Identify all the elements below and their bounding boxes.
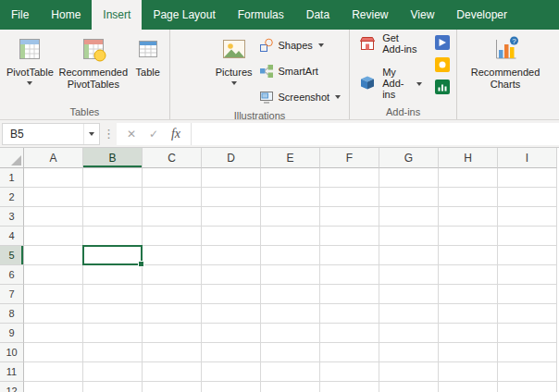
cell-G11[interactable]: [379, 362, 439, 382]
recommended-charts-button[interactable]: ? Recommended Charts: [467, 31, 543, 104]
cell-H6[interactable]: [439, 265, 498, 285]
cell-G4[interactable]: [379, 227, 439, 246]
cell-E12[interactable]: [261, 382, 320, 392]
cell-B9[interactable]: [83, 324, 143, 343]
column-header-F[interactable]: F: [320, 148, 379, 168]
name-box[interactable]: B5: [2, 123, 100, 145]
cell-B8[interactable]: [83, 304, 143, 324]
cell-D1[interactable]: [202, 168, 261, 188]
shapes-button[interactable]: Shapes: [256, 33, 347, 56]
cell-E7[interactable]: [261, 285, 320, 304]
cell-C2[interactable]: [143, 188, 202, 207]
cell-F6[interactable]: [320, 265, 379, 285]
cell-E11[interactable]: [261, 362, 320, 382]
cell-G10[interactable]: [379, 343, 439, 362]
cell-H11[interactable]: [439, 362, 498, 382]
row-header-4[interactable]: 4: [0, 227, 24, 246]
row-header-8[interactable]: 8: [0, 304, 24, 324]
tab-file[interactable]: File: [0, 0, 40, 30]
cell-A5[interactable]: [24, 246, 83, 265]
cell-C7[interactable]: [143, 285, 202, 304]
cell-H8[interactable]: [439, 304, 498, 324]
cell-D12[interactable]: [202, 382, 261, 392]
cell-A6[interactable]: [24, 265, 83, 285]
row-header-1[interactable]: 1: [0, 168, 24, 188]
cell-H7[interactable]: [439, 285, 498, 304]
cell-I9[interactable]: [498, 324, 557, 343]
cell-A4[interactable]: [24, 227, 83, 246]
cell-H2[interactable]: [439, 188, 498, 207]
row-header-6[interactable]: 6: [0, 265, 24, 285]
cell-A11[interactable]: [24, 362, 83, 382]
column-header-B[interactable]: B: [83, 148, 143, 168]
cell-I12[interactable]: [498, 382, 557, 392]
cell-H4[interactable]: [439, 227, 498, 246]
cell-B1[interactable]: [83, 168, 143, 188]
cell-E6[interactable]: [261, 265, 320, 285]
cell-D11[interactable]: [202, 362, 261, 382]
cell-I11[interactable]: [498, 362, 557, 382]
tab-view[interactable]: View: [400, 0, 446, 30]
cell-A7[interactable]: [24, 285, 83, 304]
cell-H1[interactable]: [439, 168, 498, 188]
cell-H3[interactable]: [439, 207, 498, 227]
cell-C12[interactable]: [143, 382, 202, 392]
cell-F9[interactable]: [320, 324, 379, 343]
cell-E3[interactable]: [261, 207, 320, 227]
pivottable-button[interactable]: PivotTable: [3, 31, 57, 104]
cell-G5[interactable]: [379, 246, 439, 265]
cell-B7[interactable]: [83, 285, 143, 304]
row-header-3[interactable]: 3: [0, 207, 24, 227]
cell-A2[interactable]: [24, 188, 83, 207]
cell-F7[interactable]: [320, 285, 379, 304]
cell-G3[interactable]: [379, 207, 439, 227]
cell-D3[interactable]: [202, 207, 261, 227]
addin-thumbnail-2[interactable]: [435, 57, 450, 72]
cell-G12[interactable]: [379, 382, 439, 392]
cell-C5[interactable]: [143, 246, 202, 265]
column-header-A[interactable]: A: [24, 148, 83, 168]
cell-F3[interactable]: [320, 207, 379, 227]
cell-A9[interactable]: [24, 324, 83, 343]
cell-C10[interactable]: [143, 343, 202, 362]
cell-I1[interactable]: [498, 168, 557, 188]
cell-G2[interactable]: [379, 188, 439, 207]
cell-D5[interactable]: [202, 246, 261, 265]
cell-C8[interactable]: [143, 304, 202, 324]
row-header-9[interactable]: 9: [0, 324, 24, 343]
cell-E10[interactable]: [261, 343, 320, 362]
enter-button[interactable]: ✓: [143, 128, 165, 141]
tab-home[interactable]: Home: [40, 0, 92, 30]
row-header-11[interactable]: 11: [0, 362, 24, 382]
tab-developer[interactable]: Developer: [445, 0, 518, 30]
cell-E9[interactable]: [261, 324, 320, 343]
cell-I6[interactable]: [498, 265, 557, 285]
cell-F10[interactable]: [320, 343, 379, 362]
cell-D2[interactable]: [202, 188, 261, 207]
row-header-7[interactable]: 7: [0, 285, 24, 304]
cell-F12[interactable]: [320, 382, 379, 392]
row-header-2[interactable]: 2: [0, 188, 24, 207]
cell-C3[interactable]: [143, 207, 202, 227]
cell-C4[interactable]: [143, 227, 202, 246]
cell-B10[interactable]: [83, 343, 143, 362]
cell-B5[interactable]: [83, 246, 143, 265]
cell-I10[interactable]: [498, 343, 557, 362]
cell-D8[interactable]: [202, 304, 261, 324]
cell-A12[interactable]: [24, 382, 83, 392]
cell-C6[interactable]: [143, 265, 202, 285]
row-header-10[interactable]: 10: [0, 343, 24, 362]
cell-I7[interactable]: [498, 285, 557, 304]
cell-F11[interactable]: [320, 362, 379, 382]
cell-G9[interactable]: [379, 324, 439, 343]
cell-B2[interactable]: [83, 188, 143, 207]
cell-D7[interactable]: [202, 285, 261, 304]
cell-A10[interactable]: [24, 343, 83, 362]
cell-G8[interactable]: [379, 304, 439, 324]
cell-D4[interactable]: [202, 227, 261, 246]
cell-F1[interactable]: [320, 168, 379, 188]
cancel-button[interactable]: ✕: [120, 128, 143, 141]
column-header-E[interactable]: E: [261, 148, 320, 168]
cell-I3[interactable]: [498, 207, 557, 227]
cell-E5[interactable]: [261, 246, 320, 265]
